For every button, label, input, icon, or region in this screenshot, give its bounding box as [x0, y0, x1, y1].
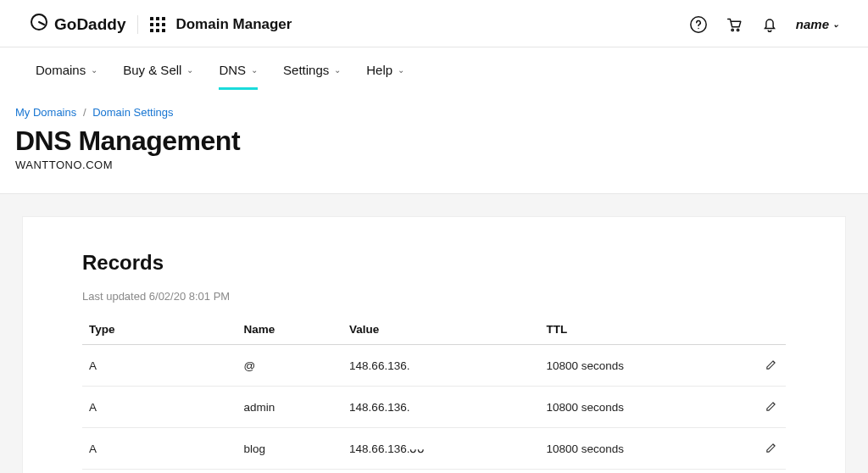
svg-point-3 [737, 29, 738, 31]
nav-item-domains[interactable]: Domains ⌄ [36, 58, 97, 90]
table-row: A @ 148.66.136. 10800 seconds [82, 345, 786, 387]
records-table: Type Name Value TTL A @ 148.66.136. 1080… [82, 314, 786, 470]
record-ttl: 10800 seconds [539, 345, 736, 387]
nav-label: DNS [219, 63, 246, 77]
pencil-icon [765, 440, 779, 454]
table-header-row: Type Name Value TTL [82, 314, 786, 345]
chevron-down-icon: ⌄ [398, 65, 404, 75]
edit-record-button[interactable] [765, 440, 779, 454]
record-value: 148.66.136. [342, 345, 539, 387]
brand-name: GoDaddy [54, 15, 125, 34]
pencil-icon [765, 398, 779, 413]
column-header-name: Name [237, 314, 343, 345]
record-type: A [82, 428, 237, 470]
domain-name: WANTTONO.COM [15, 159, 853, 171]
page-header: My Domains / Domain Settings DNS Managem… [0, 91, 868, 193]
column-header-value: Value [342, 314, 539, 345]
table-row: A admin 148.66.136. 10800 seconds [82, 387, 786, 428]
user-name-label: name [796, 17, 829, 31]
edit-record-button[interactable] [765, 398, 779, 413]
brand-logo[interactable]: GoDaddy [29, 12, 125, 36]
nav-label: Domains [36, 63, 86, 77]
chevron-down-icon: ⌄ [251, 65, 258, 75]
svg-point-1 [698, 27, 698, 28]
top-bar-right: name ⌄ [689, 15, 839, 34]
nav-item-help[interactable]: Help ⌄ [366, 58, 404, 90]
nav-label: Buy & Sell [123, 63, 181, 77]
record-value: 148.66.136. [342, 387, 539, 428]
chevron-down-icon: ⌄ [334, 65, 341, 75]
column-header-type: Type [82, 314, 237, 345]
pencil-icon [765, 357, 779, 371]
cart-icon[interactable] [725, 15, 743, 34]
nav-item-dns[interactable]: DNS ⌄ [219, 58, 258, 90]
bell-icon[interactable] [760, 15, 779, 34]
edit-record-button[interactable] [765, 357, 779, 371]
nav-label: Help [366, 63, 392, 77]
record-ttl: 10800 seconds [539, 428, 736, 470]
godaddy-logo-icon [29, 12, 49, 36]
record-name: blog [237, 428, 343, 470]
top-bar: GoDaddy Domain Manager name ⌄ [0, 0, 868, 47]
content-area: Records Last updated 6/02/20 8:01 PM Typ… [0, 193, 868, 473]
record-type: A [82, 387, 237, 428]
table-row: A blog 148.66.136.ᴗᴗ 10800 seconds [82, 428, 786, 470]
column-header-ttl: TTL [539, 314, 736, 345]
nav-item-settings[interactable]: Settings ⌄ [283, 58, 341, 90]
vertical-divider [137, 15, 138, 34]
breadcrumb-link-domain-settings[interactable]: Domain Settings [92, 106, 173, 119]
breadcrumb-separator: / [83, 106, 86, 119]
breadcrumb: My Domains / Domain Settings [15, 106, 853, 119]
user-menu[interactable]: name ⌄ [796, 17, 839, 31]
apps-grid-icon[interactable] [150, 17, 165, 32]
chevron-down-icon: ⌄ [832, 19, 839, 29]
top-bar-left: GoDaddy Domain Manager [29, 12, 292, 36]
secondary-nav: Domains ⌄ Buy & Sell ⌄ DNS ⌄ Settings ⌄ … [0, 47, 868, 91]
chevron-down-icon: ⌄ [91, 65, 97, 75]
nav-label: Settings [283, 63, 329, 77]
records-last-updated: Last updated 6/02/20 8:01 PM [82, 290, 786, 303]
breadcrumb-link-my-domains[interactable]: My Domains [15, 106, 76, 119]
record-type: A [82, 345, 237, 387]
nav-item-buy-sell[interactable]: Buy & Sell ⌄ [123, 58, 193, 90]
record-ttl: 10800 seconds [539, 387, 736, 428]
page-title: DNS Management [15, 125, 853, 157]
column-header-actions [737, 314, 786, 345]
help-icon[interactable] [689, 15, 708, 34]
svg-point-2 [732, 29, 733, 31]
record-name: @ [237, 345, 343, 387]
record-name: admin [237, 387, 343, 428]
app-title: Domain Manager [175, 16, 292, 33]
chevron-down-icon: ⌄ [186, 65, 193, 75]
records-card: Records Last updated 6/02/20 8:01 PM Typ… [22, 216, 846, 473]
record-value: 148.66.136.ᴗᴗ [342, 428, 539, 470]
records-title: Records [82, 251, 786, 275]
